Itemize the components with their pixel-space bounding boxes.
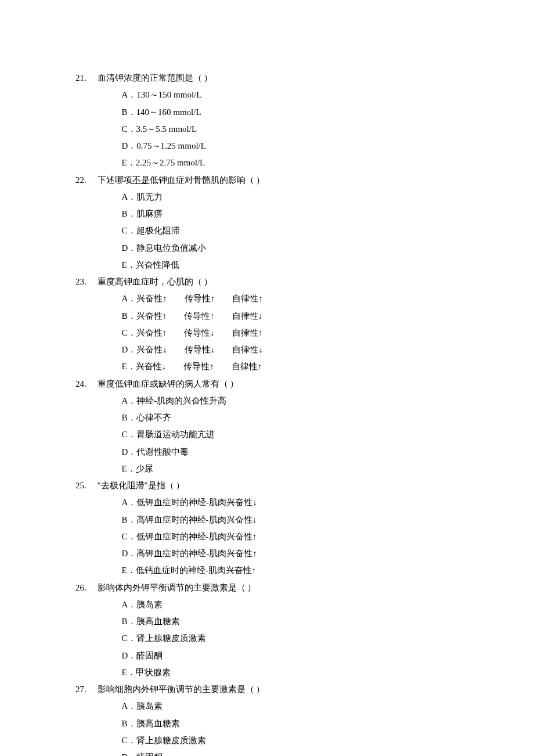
option-letter: A．	[122, 596, 137, 613]
question: 23.重度高钾血症时，心肌的（ ）A．兴奋性↑ 传导性↑ 自律性↑B．兴奋性↑ …	[75, 273, 459, 376]
option: C．肾上腺糖皮质激素	[122, 630, 459, 647]
option: C．3.5～5.5 mmol/L	[122, 121, 459, 138]
option-letter: C．	[122, 325, 136, 341]
option-letter: C．	[122, 528, 136, 545]
option: C．低钾血症时的神经-肌肉兴奋性↑	[122, 528, 459, 545]
option: A．神经-肌肉的兴奋性升高	[122, 393, 459, 409]
option: B．胰高血糖素	[122, 613, 459, 630]
question-stem: 21.血清钾浓度的正常范围是（ ）	[75, 70, 459, 87]
question-text: 重度高钾血症时，心肌的（ ）	[98, 273, 213, 290]
option-letter: C．	[122, 630, 136, 647]
option-letter: A．	[122, 290, 137, 307]
option: A．低钾血症时的神经-肌肉兴奋性↓	[122, 494, 459, 511]
option: D．醛固酮	[122, 749, 459, 756]
option-text: 胰岛素	[136, 698, 163, 715]
option-text: 少尿	[136, 460, 153, 477]
question-stem: 22.下述哪项不是低钾血症对骨骼肌的影响（ ）	[75, 172, 459, 189]
option-letter: B．	[122, 512, 136, 528]
option: A．兴奋性↑ 传导性↑ 自律性↑	[122, 290, 459, 307]
question-text: "去极化阻滞"是指（ ）	[98, 477, 185, 494]
question-number: 26.	[75, 579, 98, 596]
option-text: 肌无力	[136, 189, 163, 206]
option: A．肌无力	[122, 189, 459, 206]
question-text: 影响体内外钾平衡调节的主要激素是（ ）	[98, 579, 257, 596]
option-letter: E．	[122, 664, 136, 681]
option-text: 低钾血症时的神经-肌肉兴奋性↓	[136, 494, 257, 511]
options-list: A．神经-肌肉的兴奋性升高B．心律不齐C．胃肠道运动功能亢进D．代谢性酸中毒E．…	[75, 393, 459, 477]
question-stem: 24.重度低钾血症或缺钾的病人常有（ ）	[75, 376, 459, 393]
option-letter: D．	[122, 240, 137, 257]
option-text: 肌麻痹	[136, 206, 163, 222]
option-letter: C．	[122, 732, 136, 749]
question: 24.重度低钾血症或缺钾的病人常有（ ）A．神经-肌肉的兴奋性升高B．心律不齐C…	[75, 376, 459, 478]
option-letter: E．	[122, 154, 136, 171]
option-text: 醛固酮	[136, 749, 163, 756]
option-text: 心律不齐	[136, 409, 171, 426]
option: D．醛固酮	[122, 647, 459, 664]
question-number: 27.	[75, 681, 98, 698]
option: C．兴奋性↑ 传导性↓ 自律性↑	[122, 325, 459, 341]
option: B．肌麻痹	[122, 206, 459, 222]
option-text: 超极化阻滞	[136, 222, 180, 239]
option-letter: D．	[122, 341, 137, 358]
option-letter: E．	[122, 562, 136, 579]
option-text: 兴奋性↓ 传导性↑ 自律性↑	[136, 358, 262, 375]
option: E．甲状腺素	[122, 664, 459, 681]
option: E．低钙血症时的神经-肌肉兴奋性↑	[122, 562, 459, 579]
option-text: 高钾血症时的神经-肌肉兴奋性↓	[136, 512, 257, 528]
option: C．超极化阻滞	[122, 222, 459, 239]
underline-text: 不是	[132, 175, 150, 185]
option-text: 兴奋性↑ 传导性↑ 自律性↑	[136, 290, 263, 307]
option-text: 胰岛素	[136, 596, 163, 613]
option-text: 肾上腺糖皮质激素	[136, 630, 206, 647]
option-letter: A．	[122, 87, 137, 103]
question-number: 25.	[75, 477, 98, 494]
option-letter: C．	[122, 222, 136, 239]
question: 26.影响体内外钾平衡调节的主要激素是（ ）A．胰岛素B．胰高血糖素C．肾上腺糖…	[75, 579, 459, 682]
option-text: 甲状腺素	[136, 664, 171, 681]
option: B．高钾血症时的神经-肌肉兴奋性↓	[122, 512, 459, 528]
option-letter: D．	[122, 444, 137, 460]
question-number: 23.	[75, 273, 98, 290]
option-letter: B．	[122, 206, 136, 222]
option-text: 代谢性酸中毒	[136, 444, 189, 460]
option-letter: B．	[122, 715, 136, 732]
option: D．0.75～1.25 mmol/L	[122, 138, 459, 154]
option-letter: C．	[122, 121, 136, 138]
option: A．胰岛素	[122, 698, 459, 715]
option: E．兴奋性降低	[122, 257, 459, 273]
question-stem: 25."去极化阻滞"是指（ ）	[75, 477, 459, 494]
question: 21.血清钾浓度的正常范围是（ ）A．130～150 mmol/LB．140～1…	[75, 70, 459, 172]
question-stem: 27.影响细胞内外钾平衡调节的主要激素是（ ）	[75, 681, 459, 698]
option: E．少尿	[122, 460, 459, 477]
option: E．2.25～2.75 mmol/L	[122, 154, 459, 171]
options-list: A．低钾血症时的神经-肌肉兴奋性↓B．高钾血症时的神经-肌肉兴奋性↓C．低钾血症…	[75, 494, 459, 579]
question-number: 21.	[75, 70, 98, 87]
options-list: A．兴奋性↑ 传导性↑ 自律性↑B．兴奋性↑ 传导性↑ 自律性↓C．兴奋性↑ 传…	[75, 290, 459, 375]
option: D．兴奋性↓ 传导性↓ 自律性↓	[122, 341, 459, 358]
option-text: 胃肠道运动功能亢进	[136, 426, 215, 443]
option: A．胰岛素	[122, 596, 459, 613]
option-text: 3.5～5.5 mmol/L	[136, 121, 197, 138]
question-number: 24.	[75, 376, 98, 393]
option: D．代谢性酸中毒	[122, 444, 459, 460]
option: B．心律不齐	[122, 409, 459, 426]
options-list: A．130～150 mmol/LB．140～160 mmol/LC．3.5～5.…	[75, 87, 459, 171]
option-text: 兴奋性↑ 传导性↑ 自律性↓	[136, 308, 263, 325]
question: 27.影响细胞内外钾平衡调节的主要激素是（ ）A．胰岛素B．胰高血糖素C．肾上腺…	[75, 681, 459, 756]
question-number: 22.	[75, 172, 98, 189]
document-body: 21.血清钾浓度的正常范围是（ ）A．130～150 mmol/LB．140～1…	[75, 70, 459, 756]
option: C．胃肠道运动功能亢进	[122, 426, 459, 443]
option-text: 低钾血症时的神经-肌肉兴奋性↑	[136, 528, 257, 545]
option-letter: E．	[122, 460, 136, 477]
option: A．130～150 mmol/L	[122, 87, 459, 103]
option: B．兴奋性↑ 传导性↑ 自律性↓	[122, 308, 459, 325]
option-text: 0.75～1.25 mmol/L	[136, 138, 206, 154]
options-list: A．肌无力B．肌麻痹C．超极化阻滞D．静息电位负值减小E．兴奋性降低	[75, 189, 459, 273]
option: B．140～160 mmol/L	[122, 104, 459, 121]
question-text: 血清钾浓度的正常范围是（ ）	[98, 70, 213, 87]
question-text: 重度低钾血症或缺钾的病人常有（ ）	[98, 376, 239, 393]
option-text: 胰高血糖素	[136, 613, 180, 630]
question-stem: 23.重度高钾血症时，心肌的（ ）	[75, 273, 459, 290]
option: E．兴奋性↓ 传导性↑ 自律性↑	[122, 358, 459, 375]
